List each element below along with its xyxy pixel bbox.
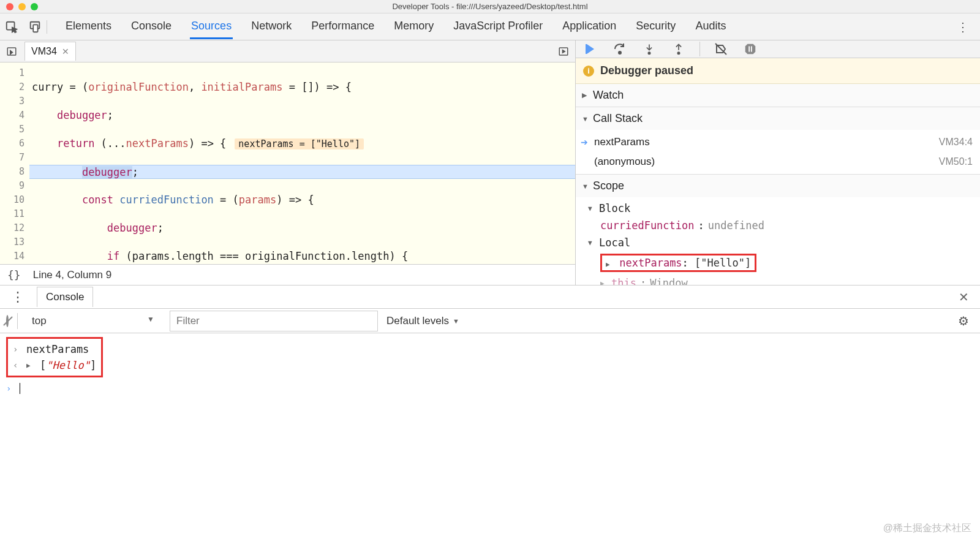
- scope-block-row[interactable]: ▼ Block: [576, 200, 980, 217]
- expand-icon[interactable]: ▶: [26, 361, 34, 369]
- log-level-selector[interactable]: Default levels ▼: [386, 315, 459, 327]
- call-stack-frame[interactable]: (anonymous) VM50:1: [576, 152, 980, 172]
- console-settings-icon[interactable]: ⚙: [953, 314, 974, 328]
- console-filter-input[interactable]: [170, 311, 378, 331]
- navigator-toggle-icon[interactable]: [4, 44, 20, 59]
- tab-network[interactable]: Network: [250, 15, 293, 39]
- prompt-chevron-icon: ›: [6, 384, 13, 393]
- pretty-print-icon[interactable]: {}: [7, 268, 21, 281]
- tab-performance[interactable]: Performance: [310, 15, 375, 39]
- file-tab-vm34[interactable]: VM34 ✕: [24, 42, 76, 61]
- expand-icon: ▼: [588, 239, 595, 247]
- scope-local-row[interactable]: ▼ Local: [576, 234, 980, 251]
- file-tab-label: VM34: [31, 46, 57, 57]
- call-stack-label: Call Stack: [593, 112, 643, 125]
- variable-value: Window: [650, 277, 687, 285]
- frame-location: VM34:4: [939, 137, 973, 148]
- call-stack-frame[interactable]: nextParams VM34:4: [576, 132, 980, 152]
- variable-value: undefined: [708, 219, 764, 232]
- clear-console-icon[interactable]: [6, 316, 9, 326]
- chevron-down-icon: ▼: [453, 317, 459, 325]
- scope-section: ▼ Scope ▼ Block curriedFunction: undefin…: [576, 175, 980, 285]
- expand-icon: ▼: [588, 205, 595, 213]
- collapse-icon: ▶: [582, 91, 589, 99]
- console-output-line: ‹ ▶ ["Hello"]: [13, 357, 96, 373]
- expand-icon: ▼: [582, 115, 589, 123]
- variable-name: curriedFunction: [600, 219, 695, 232]
- frame-name: nextParams: [594, 136, 650, 148]
- code-editor[interactable]: 1234567891011121314 curry = (originalFun…: [0, 62, 575, 264]
- expand-icon: ▶: [606, 260, 613, 268]
- scope-label: Scope: [593, 180, 624, 192]
- watermark: @稀土掘金技术社区: [883, 522, 971, 535]
- pause-on-exceptions-icon[interactable]: [742, 40, 759, 58]
- variable-name: this: [611, 277, 636, 285]
- debugger-pane: i Debugger paused ▶ Watch ▼ Call Stack n…: [576, 40, 980, 285]
- console-drawer-tab[interactable]: Console: [37, 287, 93, 307]
- svg-point-6: [619, 51, 621, 54]
- sources-panel: VM34 ✕ 1234567891011121314 curry = (orig…: [0, 40, 980, 286]
- svg-rect-5: [586, 44, 587, 54]
- devtools-tabstrip: Elements Console Sources Network Perform…: [0, 13, 980, 40]
- debug-toolbar: [576, 40, 980, 58]
- console-highlighted-block: › nextParams ‹ ▶ ["Hello"]: [6, 337, 103, 377]
- deactivate-breakpoints-icon[interactable]: [712, 40, 729, 58]
- scope-local-label: Local: [599, 236, 630, 249]
- call-stack-section: ▼ Call Stack nextParams VM34:4 (anonymou…: [576, 107, 980, 175]
- step-into-icon[interactable]: [641, 40, 658, 58]
- inline-value-hint: nextParams = ["Hello"]: [235, 138, 364, 149]
- more-options-icon[interactable]: ⋮: [951, 20, 975, 34]
- tab-jsprofiler[interactable]: JavaScript Profiler: [452, 15, 544, 39]
- svg-point-8: [677, 52, 679, 54]
- debugger-paused-banner: i Debugger paused: [576, 58, 980, 84]
- frame-location: VM50:1: [939, 156, 973, 167]
- text-cursor: [20, 383, 20, 394]
- console-more-icon[interactable]: ⋮: [5, 289, 31, 305]
- watch-header[interactable]: ▶ Watch: [576, 84, 980, 107]
- snippets-toggle-icon[interactable]: [556, 44, 571, 59]
- editor-statusbar: {} Line 4, Column 9: [0, 264, 575, 285]
- expand-icon: ▶: [600, 279, 608, 286]
- console-input-text: nextParams: [26, 343, 89, 355]
- tab-audits[interactable]: Audits: [694, 15, 727, 39]
- line-gutter: 1234567891011121314: [0, 62, 29, 264]
- svg-rect-10: [751, 46, 752, 51]
- tab-security[interactable]: Security: [635, 15, 677, 39]
- tab-sources[interactable]: Sources: [190, 15, 233, 39]
- console-output: › nextParams ‹ ▶ ["Hello"] ›: [0, 333, 980, 399]
- svg-rect-2: [33, 25, 37, 32]
- window-titlebar: Developer Tools - file:///Users/yazeed/D…: [0, 0, 980, 13]
- console-output-text: ["Hello"]: [40, 359, 96, 371]
- variable-value: ["Hello"]: [695, 257, 751, 269]
- editor-pane: VM34 ✕ 1234567891011121314 curry = (orig…: [0, 40, 576, 285]
- scope-variable-highlighted[interactable]: ▶ nextParams: ["Hello"]: [576, 251, 980, 274]
- svg-rect-9: [748, 46, 750, 51]
- scope-block-label: Block: [599, 202, 630, 214]
- scope-header[interactable]: ▼ Scope: [576, 175, 980, 197]
- levels-label: Default levels: [386, 315, 449, 327]
- watch-section: ▶ Watch: [576, 84, 980, 107]
- resume-icon[interactable]: [582, 40, 599, 58]
- variable-name: nextParams: [619, 257, 682, 269]
- scope-variable[interactable]: ▶ this: Window: [576, 274, 980, 285]
- info-icon: i: [583, 66, 594, 77]
- call-stack-header[interactable]: ▼ Call Stack: [576, 107, 980, 130]
- code-content: curry = (originalFunction, initialParams…: [29, 62, 575, 264]
- window-title: Developer Tools - file:///Users/yazeed/D…: [0, 2, 980, 11]
- scope-variable[interactable]: curriedFunction: undefined: [576, 217, 980, 234]
- close-drawer-icon[interactable]: ✕: [952, 290, 975, 305]
- step-over-icon[interactable]: [611, 40, 628, 58]
- svg-point-7: [648, 52, 650, 54]
- debugger-paused-label: Debugger paused: [600, 64, 693, 77]
- device-toolbar-icon[interactable]: [28, 20, 42, 34]
- tab-console[interactable]: Console: [130, 15, 173, 39]
- step-out-icon[interactable]: [670, 40, 687, 58]
- tab-memory[interactable]: Memory: [393, 15, 435, 39]
- close-file-tab-icon[interactable]: ✕: [62, 47, 69, 56]
- watch-label: Watch: [593, 89, 624, 102]
- console-prompt[interactable]: ›: [6, 381, 974, 396]
- inspect-element-icon[interactable]: [5, 20, 18, 34]
- context-selector[interactable]: top: [26, 312, 161, 330]
- tab-elements[interactable]: Elements: [64, 15, 113, 39]
- tab-application[interactable]: Application: [561, 15, 617, 39]
